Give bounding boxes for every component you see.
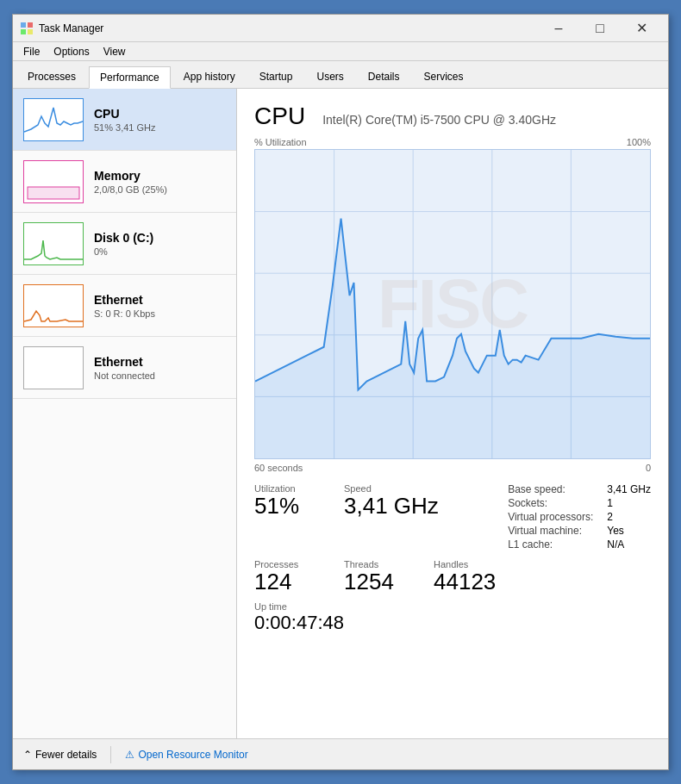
sockets-label: Sockets: (508, 497, 593, 509)
stats-left: Utilization 51% Speed 3,41 GHz (254, 483, 439, 551)
stat-handles: Handles 44123 (434, 559, 503, 594)
content-area: CPU 51% 3,41 GHz Memory 2,0/8,0 GB (25%) (13, 89, 668, 738)
stat-speed: Speed 3,41 GHz (344, 483, 439, 551)
svg-rect-4 (28, 187, 79, 199)
sidebar-ethernet1-info: Ethernet S: 0 R: 0 Kbps (94, 293, 226, 319)
uptime-label: Up time (254, 601, 651, 612)
footer-separator (110, 746, 111, 763)
sidebar: CPU 51% 3,41 GHz Memory 2,0/8,0 GB (25%) (13, 89, 237, 738)
time-end: 0 (646, 463, 651, 473)
chart-time-labels: 60 seconds 0 (254, 463, 651, 473)
sidebar-cpu-sub: 51% 3,41 GHz (94, 122, 226, 133)
footer: ⌃ Fewer details ⚠ Open Resource Monitor (13, 738, 668, 769)
svg-rect-3 (28, 29, 33, 34)
virtual-machine-value: Yes (607, 525, 651, 537)
stats-right: Base speed: 3,41 GHz Sockets: 1 Virtual … (508, 483, 651, 551)
stats-section: Utilization 51% Speed 3,41 GHz Base spee… (254, 483, 651, 551)
fewer-details-label: Fewer details (35, 749, 97, 761)
threads-value: 1254 (344, 569, 413, 594)
sidebar-memory-info: Memory 2,0/8,0 GB (25%) (94, 169, 226, 195)
base-speed-value: 3,41 GHz (607, 483, 651, 495)
sidebar-item-ethernet1[interactable]: Ethernet S: 0 R: 0 Kbps (13, 275, 236, 337)
handles-value: 44123 (434, 569, 503, 594)
chart-axis-labels: % Utilization 100% (254, 137, 651, 147)
sidebar-memory-sub: 2,0/8,0 GB (25%) (94, 184, 226, 195)
close-button[interactable]: ✕ (622, 15, 661, 42)
window-controls: – □ ✕ (539, 15, 661, 42)
svg-rect-0 (21, 22, 26, 28)
cpu-model: Intel(R) Core(TM) i5-7500 CPU @ 3.40GHz (322, 113, 556, 127)
sidebar-ethernet2-label: Ethernet (94, 355, 226, 369)
virtual-machine-label: Virtual machine: (508, 525, 593, 537)
tab-bar: Processes Performance App history Startu… (13, 61, 668, 89)
sidebar-ethernet2-info: Ethernet Not connected (94, 355, 226, 381)
menu-options[interactable]: Options (47, 44, 96, 59)
virtual-proc-value: 2 (607, 511, 651, 523)
memory-thumb (23, 160, 84, 203)
sidebar-disk-label: Disk 0 (C:) (94, 231, 226, 245)
time-start: 60 seconds (254, 463, 303, 473)
y-axis-max: 100% (627, 137, 651, 147)
stat-utilization: Utilization 51% (254, 483, 323, 551)
ethernet1-thumb (23, 284, 84, 327)
sidebar-ethernet2-sub: Not connected (94, 370, 226, 381)
tab-users[interactable]: Users (305, 65, 354, 88)
sockets-value: 1 (607, 497, 651, 509)
stat-processes: Processes 124 (254, 559, 323, 594)
pth-stats: Processes 124 Threads 1254 Handles 44123 (254, 559, 651, 594)
app-icon (20, 22, 34, 35)
minimize-button[interactable]: – (539, 15, 578, 42)
uptime-value: 0:00:47:48 (254, 612, 651, 634)
tab-performance[interactable]: Performance (89, 66, 171, 89)
cpu-header: CPU Intel(R) Core(TM) i5-7500 CPU @ 3.40… (254, 103, 651, 130)
cpu-main-title: CPU (254, 103, 305, 130)
sidebar-disk-info: Disk 0 (C:) 0% (94, 231, 226, 257)
sidebar-item-ethernet2[interactable]: Ethernet Not connected (13, 337, 236, 399)
disk-thumb (23, 222, 84, 265)
speed-value: 3,41 GHz (344, 494, 439, 519)
maximize-button[interactable]: □ (580, 15, 620, 42)
sidebar-cpu-info: CPU 51% 3,41 GHz (94, 107, 226, 133)
tab-details[interactable]: Details (357, 65, 411, 88)
processes-value: 124 (254, 569, 323, 594)
sidebar-disk-sub: 0% (94, 246, 226, 257)
sidebar-memory-label: Memory (94, 169, 226, 183)
virtual-proc-label: Virtual processors: (508, 511, 593, 523)
main-panel: CPU Intel(R) Core(TM) i5-7500 CPU @ 3.40… (237, 89, 668, 738)
stat-threads: Threads 1254 (344, 559, 413, 594)
svg-rect-1 (28, 22, 33, 28)
l1-cache-value: N/A (607, 538, 651, 551)
sidebar-ethernet1-sub: S: 0 R: 0 Kbps (94, 308, 226, 319)
task-manager-window: Task Manager – □ ✕ File Options View Pro… (12, 14, 669, 770)
resource-monitor-link[interactable]: ⚠ Open Resource Monitor (125, 749, 247, 761)
tab-processes[interactable]: Processes (16, 65, 87, 88)
sidebar-item-disk[interactable]: Disk 0 (C:) 0% (13, 213, 236, 275)
tab-app-history[interactable]: App history (172, 65, 247, 88)
menu-bar: File Options View (13, 42, 668, 61)
utilization-value: 51% (254, 494, 323, 519)
title-bar: Task Manager – □ ✕ (13, 15, 668, 42)
monitor-icon: ⚠ (125, 749, 134, 761)
chevron-up-icon: ⌃ (23, 749, 32, 761)
menu-view[interactable]: View (97, 44, 133, 59)
y-axis-label: % Utilization (254, 137, 307, 147)
menu-file[interactable]: File (16, 44, 47, 59)
cpu-chart-svg (255, 150, 650, 458)
tab-startup[interactable]: Startup (248, 65, 304, 88)
resource-monitor-label: Open Resource Monitor (138, 749, 247, 761)
base-speed-label: Base speed: (508, 483, 593, 495)
svg-rect-2 (21, 29, 26, 34)
sidebar-ethernet1-label: Ethernet (94, 293, 226, 307)
cpu-thumb (23, 98, 84, 141)
sidebar-item-cpu[interactable]: CPU 51% 3,41 GHz (13, 89, 236, 151)
window-title: Task Manager (39, 22, 539, 34)
fewer-details-button[interactable]: ⌃ Fewer details (23, 749, 97, 761)
tab-services[interactable]: Services (413, 65, 475, 88)
sidebar-item-memory[interactable]: Memory 2,0/8,0 GB (25%) (13, 151, 236, 213)
l1-cache-label: L1 cache: (508, 538, 593, 551)
cpu-chart: FISC (254, 149, 651, 459)
uptime-section: Up time 0:00:47:48 (254, 601, 651, 634)
ethernet2-thumb (23, 346, 84, 389)
svg-marker-13 (255, 219, 650, 458)
sidebar-cpu-label: CPU (94, 107, 226, 121)
